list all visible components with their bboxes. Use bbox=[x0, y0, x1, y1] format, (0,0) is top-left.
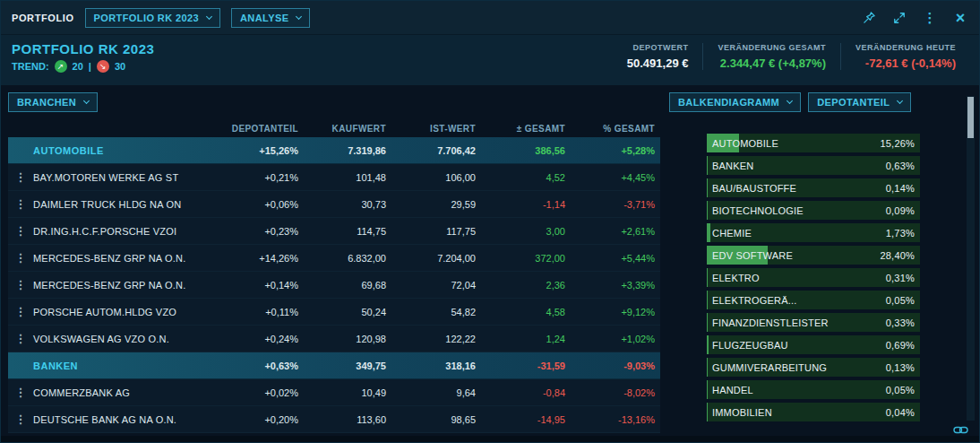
bar-row[interactable]: AUTOMOBILE 15,26% bbox=[707, 134, 920, 152]
bar-row[interactable]: BAU/BAUSTOFFE 0,14% bbox=[707, 178, 920, 197]
bar-row[interactable]: CHEMIE 1,73% bbox=[707, 223, 920, 242]
gesamt-value: -31,59 bbox=[481, 360, 571, 371]
chevron-down-icon bbox=[897, 98, 903, 104]
table-group-row-automobile[interactable]: AUTOMOBILE +15,26% 7.319,86 7.706,42 386… bbox=[8, 137, 660, 164]
bar-row[interactable]: IMMOBILIEN 0,04% bbox=[707, 403, 920, 421]
depotanteil-value: +0,02% bbox=[219, 387, 304, 398]
column-depotanteil[interactable]: DEPOTANTEIL bbox=[219, 124, 304, 134]
column-gesamt[interactable]: ± GESAMT bbox=[481, 124, 571, 134]
kaufwert-value: 114,75 bbox=[304, 226, 391, 237]
gesamt-pct-value: -8,02% bbox=[571, 387, 660, 398]
bar-value: 0,13% bbox=[886, 362, 915, 373]
bar-value: 0,05% bbox=[886, 295, 915, 306]
kaufwert-value: 101,48 bbox=[304, 172, 391, 183]
trend-up-icon: ↗ bbox=[55, 60, 67, 73]
bar-row[interactable]: FINANZDIENSTLEISTER 0,33% bbox=[707, 313, 920, 332]
bar-row[interactable]: EDV SOFTWARE 28,40% bbox=[707, 246, 920, 265]
bar-row[interactable]: FLUGZEUGBAU 0,69% bbox=[707, 335, 920, 354]
table-row[interactable]: ⋮ BAY.MOTOREN WERKE AG ST +0,21% 101,48 … bbox=[8, 164, 660, 191]
row-menu-icon[interactable]: ⋮ bbox=[8, 413, 33, 426]
row-menu-icon[interactable]: ⋮ bbox=[8, 386, 33, 399]
bar-row[interactable]: HANDEL 0,05% bbox=[707, 380, 920, 399]
positions-table: DEPOTANTEIL KAUFWERT IST-WERT ± GESAMT %… bbox=[8, 121, 660, 433]
bar-value: 28,40% bbox=[880, 250, 915, 261]
portfolio-header: PORTFOLIO RK 2023 TREND: ↗ 20 | ↘ 30 DEP… bbox=[1, 35, 979, 85]
row-menu-icon[interactable]: ⋮ bbox=[8, 251, 33, 265]
chart-type-dropdown[interactable]: BALKENDIAGRAMM bbox=[669, 92, 801, 112]
ist-wert-value: 9,64 bbox=[391, 387, 481, 398]
scrollbar-thumb[interactable] bbox=[967, 97, 974, 138]
ist-wert-value: 29,59 bbox=[391, 199, 481, 210]
position-name: MERCEDES-BENZ GRP NA O.N. bbox=[33, 253, 219, 264]
bar-value: 0,31% bbox=[886, 273, 915, 283]
trend-separator: | bbox=[89, 61, 91, 72]
top-toolbar: PORTFOLIO PORTFOLIO RK 2023 ANALYSE ⋮ × bbox=[1, 1, 979, 35]
bar-label: HANDEL bbox=[712, 385, 753, 395]
expand-icon[interactable] bbox=[891, 10, 907, 26]
bar-fill bbox=[707, 156, 708, 175]
table-group-row-banken[interactable]: BANKEN +0,63% 349,75 318,16 -31,59 -9,03… bbox=[8, 352, 660, 379]
stat-value: 50.491,29 € bbox=[627, 56, 689, 70]
bar-row[interactable]: BIOTECHNOLOGIE 0,09% bbox=[707, 201, 920, 220]
bar-row[interactable]: BANKEN 0,63% bbox=[707, 156, 920, 175]
bottom-edge bbox=[1, 436, 979, 442]
gesamt-pct-value: +9,12% bbox=[571, 307, 660, 317]
bar-row[interactable]: ELEKTRO 0,31% bbox=[707, 268, 920, 287]
depotanteil-value: +0,14% bbox=[219, 280, 304, 291]
gesamt-value: -14,95 bbox=[481, 414, 571, 425]
table-row[interactable]: ⋮ DAIMLER TRUCK HLDG NA ON +0,06% 30,73 … bbox=[8, 191, 660, 218]
table-row[interactable]: ⋮ DR.ING.H.C.F.PORSCHE VZOI +0,23% 114,7… bbox=[8, 218, 660, 245]
bar-row[interactable]: ELEKTROGERÄ... 0,05% bbox=[707, 291, 920, 309]
gesamt-pct-value: +4,45% bbox=[571, 172, 660, 183]
column-ist-wert[interactable]: IST-WERT bbox=[391, 124, 481, 134]
ist-wert-value: 7.204,00 bbox=[391, 253, 481, 264]
stat-label: VERÄNDERUNG HEUTE bbox=[855, 43, 956, 52]
pin-icon[interactable] bbox=[861, 10, 877, 26]
depotanteil-value: +0,20% bbox=[219, 414, 304, 425]
bar-label: BAU/BAUSTOFFE bbox=[712, 183, 796, 194]
kaufwert-value: 113,60 bbox=[304, 414, 391, 425]
column-gesamt-pct[interactable]: % GESAMT bbox=[571, 124, 660, 134]
branchen-dropdown[interactable]: BRANCHEN bbox=[8, 92, 98, 112]
kaufwert-value: 10,49 bbox=[304, 387, 391, 398]
bar-label: BANKEN bbox=[712, 161, 753, 171]
row-menu-icon[interactable]: ⋮ bbox=[8, 170, 33, 184]
portfolio-stats: DEPOTWERT 50.491,29 € VERÄNDERUNG GESAMT… bbox=[613, 43, 970, 70]
portfolio-select-dropdown[interactable]: PORTFOLIO RK 2023 bbox=[85, 8, 220, 28]
position-name: DR.ING.H.C.F.PORSCHE VZOI bbox=[33, 226, 219, 237]
bar-row[interactable]: GUMMIVERARBEITUNG 0,13% bbox=[707, 358, 920, 377]
position-name: BAY.MOTOREN WERKE AG ST bbox=[33, 172, 219, 183]
chevron-down-icon bbox=[787, 98, 793, 104]
row-menu-icon[interactable]: ⋮ bbox=[8, 197, 33, 211]
gesamt-value: 372,00 bbox=[481, 253, 571, 264]
bar-label: FLUGZEUGBAU bbox=[712, 340, 788, 351]
table-row[interactable]: ⋮ PORSCHE AUTOM.HLDG VZO +0,11% 50,24 54… bbox=[8, 299, 660, 326]
row-menu-icon[interactable]: ⋮ bbox=[8, 224, 33, 238]
more-options-icon[interactable]: ⋮ bbox=[922, 10, 938, 26]
bar-label: EDV SOFTWARE bbox=[712, 250, 793, 261]
table-row[interactable]: ⋮ MERCEDES-BENZ GRP NA O.N. +0,14% 69,68… bbox=[8, 272, 660, 299]
bar-label: ELEKTRO bbox=[712, 273, 760, 283]
row-menu-icon[interactable]: ⋮ bbox=[8, 332, 33, 345]
table-row[interactable]: ⋮ VOLKSWAGEN AG VZO O.N. +0,24% 120,98 1… bbox=[8, 326, 660, 352]
table-row[interactable]: ⋮ MERCEDES-BENZ GRP NA O.N. +14,26% 6.83… bbox=[8, 245, 660, 272]
bar-value: 0,04% bbox=[886, 407, 915, 418]
table-row[interactable]: ⋮ DEUTSCHE BANK AG NA O.N. +0,20% 113,60… bbox=[8, 406, 660, 433]
chevron-down-icon bbox=[296, 13, 302, 19]
vertical-scrollbar[interactable] bbox=[967, 96, 975, 421]
ist-wert-value: 106,00 bbox=[391, 172, 481, 183]
table-row[interactable]: ⋮ COMMERZBANK AG +0,02% 10,49 9,64 -0,84… bbox=[8, 379, 660, 406]
bar-label: BIOTECHNOLOGIE bbox=[712, 205, 804, 216]
row-menu-icon[interactable]: ⋮ bbox=[8, 305, 33, 318]
analyse-dropdown[interactable]: ANALYSE bbox=[231, 8, 310, 28]
close-icon[interactable]: × bbox=[952, 10, 968, 26]
row-menu-icon[interactable]: ⋮ bbox=[8, 278, 33, 291]
depotanteil-value: +0,63% bbox=[219, 360, 304, 371]
column-kaufwert[interactable]: KAUFWERT bbox=[304, 124, 391, 134]
kaufwert-value: 6.832,00 bbox=[304, 253, 391, 264]
kaufwert-value: 69,68 bbox=[304, 280, 391, 291]
chevron-down-icon bbox=[206, 13, 212, 19]
trend-down-count: 30 bbox=[115, 61, 125, 72]
stat-value: -72,61 € (-0,14%) bbox=[855, 56, 956, 70]
chart-metric-dropdown[interactable]: DEPOTANTEIL bbox=[808, 92, 911, 112]
